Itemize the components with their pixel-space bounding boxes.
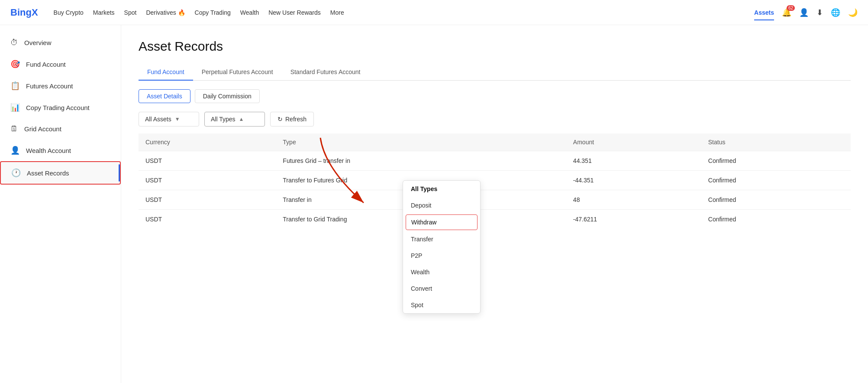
refresh-icon: ↻ [278,116,283,123]
sidebar-active-indicator [119,164,120,182]
copy-trading-icon: 📊 [10,103,20,112]
refresh-button[interactable]: ↻ Refresh [270,112,314,127]
sidebar-label-asset-records: Asset Records [27,169,69,177]
records-table: Currency Type Amount Status USDT Futures… [139,133,851,229]
sidebar: ⏱ Overview 🎯 Fund Account 📋 Futures Acco… [0,25,121,383]
sidebar-label-copy-trading: Copy Trading Account [26,104,90,111]
all-types-dropdown[interactable]: All Types ▲ [204,112,265,127]
grid-account-icon: 🗓 [10,124,18,133]
cell-amount: -47.6211 [566,210,701,229]
dropdown-all-types[interactable]: All Types [403,181,480,197]
tab-standard-futures[interactable]: Standard Futures Account [282,64,369,81]
nav-wealth[interactable]: Wealth [240,9,259,16]
sidebar-item-asset-records[interactable]: 🕐 Asset Records [0,161,121,185]
theme-icon[interactable]: 🌙 [848,8,858,17]
user-icon[interactable]: 👤 [799,8,809,17]
cell-currency: USDT [139,190,276,210]
sidebar-label-fund: Fund Account [26,61,66,68]
nav-new-user-rewards[interactable]: New User Rewards [268,9,321,16]
logo[interactable]: BingX [10,7,38,18]
refresh-label: Refresh [285,116,307,123]
col-status: Status [701,133,851,151]
page-title: Asset Records [139,39,851,54]
layout: ⏱ Overview 🎯 Fund Account 📋 Futures Acco… [0,25,868,383]
table-row: USDT Transfer in 48 Confirmed [139,190,851,210]
sidebar-label-grid: Grid Account [24,125,61,133]
dropdown-deposit[interactable]: Deposit [403,197,480,214]
asset-records-icon: 🕐 [11,168,21,178]
nav-markets[interactable]: Markets [93,9,115,16]
dropdown-convert[interactable]: Convert [403,280,480,297]
sidebar-item-grid-account[interactable]: 🗓 Grid Account [0,118,121,140]
overview-icon: ⏱ [10,38,18,47]
dropdown-transfer[interactable]: Transfer [403,231,480,247]
fund-account-icon: 🎯 [10,59,20,69]
cell-status: Confirmed [701,171,851,190]
sidebar-item-copy-trading[interactable]: 📊 Copy Trading Account [0,97,121,118]
wealth-account-icon: 👤 [10,146,20,155]
tab-perpetual-futures[interactable]: Perpetual Futures Account [193,64,282,81]
topnav: BingX Buy Crypto Markets Spot Derivative… [0,0,868,25]
dropdown-wealth[interactable]: Wealth [403,264,480,280]
nav-copy-trading[interactable]: Copy Trading [195,9,231,16]
sidebar-item-futures-account[interactable]: 📋 Futures Account [0,75,121,97]
futures-account-icon: 📋 [10,81,20,91]
table-row: USDT Futures Grid – transfer in 44.351 C… [139,151,851,171]
cell-currency: USDT [139,151,276,171]
tab-fund-account[interactable]: Fund Account [139,64,193,81]
table-row: USDT Transfer to Futures Grid -44.351 Co… [139,171,851,190]
col-amount: Amount [566,133,701,151]
sidebar-item-fund-account[interactable]: 🎯 Fund Account [0,53,121,75]
all-assets-label: All Assets [145,116,171,123]
cell-type: Futures Grid – transfer in [276,151,566,171]
notification-badge: 62 [787,5,795,11]
dropdown-withdraw[interactable]: Withdraw [406,214,478,230]
nav-more[interactable]: More [330,9,344,16]
cell-amount: -44.351 [566,171,701,190]
main-content: Asset Records Fund Account Perpetual Fut… [121,25,868,383]
sidebar-item-overview[interactable]: ⏱ Overview [0,32,121,53]
nav-links: Buy Crypto Markets Spot Derivatives 🔥 Co… [54,9,742,16]
nav-buy-crypto[interactable]: Buy Crypto [54,9,84,16]
cell-status: Confirmed [701,151,851,171]
all-types-arrow: ▲ [239,116,244,122]
account-tabs: Fund Account Perpetual Futures Account S… [139,64,851,81]
btn-asset-details[interactable]: Asset Details [139,89,190,103]
sidebar-item-wealth-account[interactable]: 👤 Wealth Account [0,140,121,161]
dropdown-spot[interactable]: Spot [403,297,480,313]
nav-spot[interactable]: Spot [124,9,137,16]
nav-derivatives[interactable]: Derivatives 🔥 [146,9,185,16]
btn-daily-commission[interactable]: Daily Commission [195,89,260,103]
globe-icon[interactable]: 🌐 [831,8,840,17]
types-dropdown-menu: All Types Deposit Withdraw Transfer P2P … [403,180,481,314]
nav-assets-link[interactable]: Assets [754,9,774,16]
notification-icon[interactable]: 🔔 62 [782,8,791,17]
view-tabs: Asset Details Daily Commission [139,89,851,103]
filters-row: All Assets ▼ All Types ▲ ↻ Refresh [139,112,851,127]
sidebar-label-wealth: Wealth Account [26,147,71,154]
cell-status: Confirmed [701,210,851,229]
sidebar-label-overview: Overview [24,39,52,46]
dropdown-p2p[interactable]: P2P [403,247,480,264]
cell-currency: USDT [139,210,276,229]
all-assets-dropdown[interactable]: All Assets ▼ [139,112,199,127]
col-type: Type [276,133,566,151]
cell-amount: 48 [566,190,701,210]
all-assets-arrow: ▼ [175,116,180,122]
cell-status: Confirmed [701,190,851,210]
sidebar-label-futures: Futures Account [26,82,73,90]
cell-amount: 44.351 [566,151,701,171]
table-row: USDT Transfer to Grid Trading -47.6211 C… [139,210,851,229]
records-table-wrap: Currency Type Amount Status USDT Futures… [139,133,851,229]
all-types-label: All Types [211,116,236,123]
cell-currency: USDT [139,171,276,190]
col-currency: Currency [139,133,276,151]
download-icon[interactable]: ⬇ [816,8,823,17]
nav-right: Assets 🔔 62 👤 ⬇ 🌐 🌙 [754,8,858,17]
